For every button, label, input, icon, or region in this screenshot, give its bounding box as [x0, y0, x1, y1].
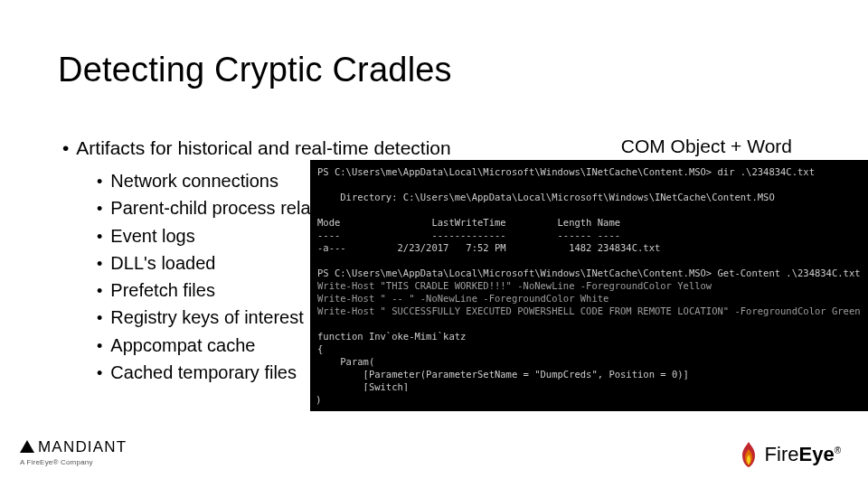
terminal-closing-paren: )	[316, 394, 322, 406]
slide-title: Detecting Cryptic Cradles	[58, 51, 452, 89]
terminal-line: [Parameter(ParameterSetName = "DumpCreds…	[317, 369, 689, 380]
list-item: Cached temporary files	[97, 360, 311, 387]
terminal-line: Write-Host "THIS CRADLE WORKED!!!" -NoNe…	[317, 280, 712, 291]
list-item-label: Parent-child process rela	[110, 195, 310, 222]
flame-icon	[738, 441, 760, 468]
bullet-icon	[97, 195, 102, 222]
list-item: Prefetch files	[97, 277, 311, 305]
terminal-line: ---- ------------- ------ ----	[317, 230, 620, 240]
list-item-label: Registry keys of interest	[110, 305, 303, 332]
list-item-label: Network connections	[110, 168, 278, 195]
list-item-label: Cached temporary files	[110, 360, 297, 387]
terminal-line: PS C:\Users\me\AppData\Local\Microsoft\W…	[317, 267, 861, 278]
list-item: Registry keys of interest	[97, 305, 311, 332]
bullet-icon	[97, 360, 102, 387]
fireeye-text-part2: Eye	[798, 443, 834, 465]
fireeye-text-part1: Fire	[765, 443, 799, 465]
terminal-line: PS C:\Users\me\AppData\Local\Microsoft\W…	[317, 166, 815, 177]
fireeye-logo: FireEye®	[738, 441, 841, 468]
bullet-icon	[97, 223, 102, 250]
mandiant-logo: MANDIANT A FireEye® Company	[20, 438, 127, 466]
terminal-line: function Inv`oke-Mimi`katz	[317, 331, 466, 342]
list-item: Appcompat cache	[97, 333, 311, 360]
terminal-line: Directory: C:\Users\me\AppData\Local\Mic…	[317, 192, 775, 202]
bullet-icon	[97, 250, 102, 277]
terminal-line: Write-Host " SUCCESSFULLY EXECUTED POWER…	[317, 305, 861, 316]
bullet-icon	[62, 137, 69, 159]
mandiant-brand-text: MANDIANT	[38, 438, 127, 456]
subheading-label: COM Object + Word	[621, 136, 792, 157]
list-item-label: Prefetch files	[110, 277, 215, 305]
terminal-line: Write-Host " -- " -NoNewLine -Foreground…	[317, 293, 609, 304]
list-item-label: Appcompat cache	[110, 333, 255, 360]
terminal-output: PS C:\Users\me\AppData\Local\Microsoft\W…	[310, 160, 868, 411]
fireeye-text: FireEye®	[765, 443, 841, 466]
list-item-label: DLL's loaded	[110, 250, 215, 277]
terminal-footer-bar: )	[310, 391, 868, 409]
registered-icon: ®	[835, 446, 841, 455]
terminal-line: {	[317, 343, 323, 354]
main-bullet: Artifacts for historical and real-time d…	[62, 137, 451, 159]
artifact-list: Network connections Parent-child process…	[97, 168, 311, 387]
terminal-line: Param(	[317, 356, 374, 367]
bullet-icon	[97, 305, 102, 332]
bullet-icon	[97, 277, 102, 305]
terminal-line: Mode LastWriteTime Length Name	[317, 217, 620, 228]
list-item: Parent-child process rela	[97, 195, 311, 222]
bullet-icon	[97, 168, 102, 195]
list-item: Network connections	[97, 168, 311, 195]
bullet-icon	[97, 333, 102, 360]
list-item-label: Event logs	[110, 223, 194, 250]
list-item: Event logs	[97, 223, 311, 250]
list-item: DLL's loaded	[97, 250, 311, 277]
main-bullet-text: Artifacts for historical and real-time d…	[76, 137, 450, 159]
terminal-line: -a--- 2/23/2017 7:52 PM 1482 234834C.txt	[317, 242, 660, 253]
mandiant-tagline: A FireEye® Company	[20, 458, 127, 466]
mandiant-mark-icon	[20, 440, 34, 453]
